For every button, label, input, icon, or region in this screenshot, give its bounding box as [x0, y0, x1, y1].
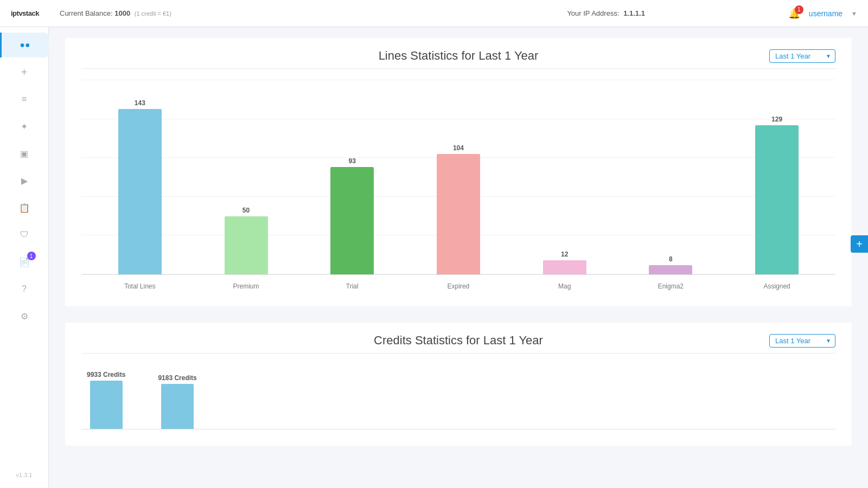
sidebar-item-add[interactable]: + — [11, 60, 38, 85]
bar-value-label: 8 — [669, 255, 673, 263]
bar-value-label: 12 — [561, 251, 568, 258]
ip-value: 1.1.1.1 — [623, 9, 645, 17]
credits-bar-group: 9933 Credits — [87, 371, 125, 429]
credits-bar-value: 9933 Credits — [87, 371, 125, 378]
sidebar-item-help[interactable]: ? — [11, 277, 38, 301]
credits-period-select-wrapper[interactable]: Last 1 Year Last 6 Months Last 3 Months … — [769, 334, 835, 348]
bar-rect — [649, 265, 692, 274]
lines-section-header: Lines Statistics for Last 1 Year Last 1 … — [81, 49, 835, 63]
header: iptvstack Current Balance: 1000 (1 credi… — [0, 0, 868, 27]
sidebar-item-settings[interactable]: ⚙ — [11, 304, 38, 329]
streams-icon: ▶ — [21, 176, 28, 186]
bar-value-label: 143 — [135, 99, 145, 107]
sidebar: ●● + ≡ ✦ ▣ ▶ 📋 🛡 📄 1 ? ⚙ — [0, 27, 49, 488]
sidebar-item-resellers[interactable]: ✦ — [11, 114, 38, 139]
sidebar-item-streams[interactable]: ▶ — [11, 168, 38, 193]
username-display[interactable]: username — [809, 9, 843, 18]
sidebar-item-bouquets[interactable]: ▣ — [11, 141, 38, 166]
balance-section: Current Balance: 1000 (1 credit = €1) — [60, 9, 424, 17]
sidebar-item-reports[interactable]: 📄 1 — [11, 249, 38, 274]
logo-text: iptvstack — [11, 9, 39, 17]
user-menu-chevron[interactable]: ▼ — [851, 10, 857, 17]
credits-period-select[interactable]: Last 1 Year Last 6 Months Last 3 Months … — [769, 334, 835, 348]
plus-icon: + — [21, 66, 28, 79]
main-layout: ●● + ≡ ✦ ▣ ▶ 📋 🛡 📄 1 ? ⚙ — [0, 27, 868, 488]
sidebar-version: v1.3.1 — [16, 472, 33, 483]
bar-axis-label: Enigma2 — [643, 282, 698, 290]
ip-section: Your IP Address: 1.1.1.1 — [424, 9, 788, 17]
bar-group: 104 — [437, 144, 480, 274]
ip-label: Your IP Address: — [567, 9, 619, 17]
credits-section-header: Credits Statistics for Last 1 Year Last … — [81, 333, 835, 348]
sidebar-item-clipboard[interactable]: 📋 — [11, 195, 38, 220]
credits-bar-rect — [90, 381, 123, 429]
gear-icon: ⚙ — [21, 311, 28, 322]
lines-period-select[interactable]: Last 1 Year Last 6 Months Last 3 Months … — [769, 49, 835, 63]
shield-icon: 🛡 — [20, 230, 29, 240]
bar-axis-label: Assigned — [750, 282, 804, 290]
credits-chart-section: Credits Statistics for Last 1 Year Last … — [65, 323, 852, 446]
bar-rect — [225, 216, 268, 274]
credits-bar-rect — [161, 384, 194, 429]
balance-value: 1000 — [114, 9, 130, 17]
sidebar-item-security[interactable]: 🛡 — [11, 222, 38, 247]
lines-divider — [81, 68, 835, 69]
grid-line — [81, 119, 835, 119]
header-right: 🔔 1 username ▼ — [788, 8, 857, 20]
bar-value-label: 129 — [771, 115, 782, 123]
bar-rect — [755, 125, 799, 274]
bar-group: 129 — [755, 115, 799, 274]
bar-group: 143 — [118, 99, 162, 274]
sidebar-item-lines[interactable]: ≡ — [11, 87, 38, 112]
bar-value-label: 104 — [453, 144, 464, 152]
credits-chart-title: Credits Statistics for Last 1 Year — [333, 333, 584, 348]
bar-axis-label: Expired — [431, 282, 486, 290]
bar-group: 12 — [543, 251, 586, 274]
grid-line — [81, 80, 835, 80]
logo: iptvstack — [11, 9, 60, 17]
clipboard-icon: 📋 — [19, 203, 30, 213]
credits-divider — [81, 353, 835, 354]
lines-bar-chart: 1435093104128129 — [81, 80, 835, 275]
bar-rect — [118, 109, 162, 274]
bar-rect — [437, 154, 480, 274]
bar-axis-label: Mag — [538, 282, 592, 290]
bar-axis-label: Trial — [325, 282, 379, 290]
lines-icon: ≡ — [22, 94, 27, 104]
lines-chart-section: Lines Statistics for Last 1 Year Last 1 … — [65, 38, 852, 306]
credits-bar-chart-container: 9933 Credits9183 Credits — [81, 364, 835, 429]
resellers-icon: ✦ — [21, 121, 28, 132]
bar-value-label: 50 — [242, 207, 250, 214]
dashboard-icon: ●● — [20, 40, 30, 50]
lines-period-select-wrapper[interactable]: Last 1 Year Last 6 Months Last 3 Months … — [769, 49, 835, 63]
bar-group: 50 — [225, 207, 268, 274]
bar-labels-row: Total LinesPremiumTrialExpiredMagEnigma2… — [81, 275, 835, 290]
notifications-bell[interactable]: 🔔 1 — [788, 8, 800, 20]
bar-axis-label: Premium — [219, 282, 273, 290]
bar-group: 93 — [330, 157, 374, 274]
reports-badge: 1 — [27, 252, 36, 260]
credits-bar-chart: 9933 Credits9183 Credits — [81, 364, 835, 429]
bar-rect — [330, 167, 374, 274]
fab-button[interactable]: + — [851, 235, 868, 253]
lines-bar-chart-container: 1435093104128129 Total LinesPremiumTrial… — [81, 80, 835, 290]
credits-bar-value: 9183 Credits — [158, 374, 196, 382]
help-icon: ? — [22, 284, 27, 294]
bar-rect — [543, 260, 586, 274]
bar-value-label: 93 — [349, 157, 356, 165]
credits-bar-group: 9183 Credits — [158, 374, 196, 429]
main-content: Lines Statistics for Last 1 Year Last 1 … — [49, 27, 868, 488]
balance-note: (1 credit = €1) — [135, 10, 171, 17]
bar-axis-label: Total Lines — [113, 282, 167, 290]
notification-badge: 1 — [795, 5, 803, 14]
sidebar-item-dashboard[interactable]: ●● — [0, 33, 49, 57]
bar-group: 8 — [649, 255, 692, 274]
bouquets-icon: ▣ — [20, 149, 28, 159]
balance-label: Current Balance: — [60, 9, 113, 17]
lines-chart-title: Lines Statistics for Last 1 Year — [333, 49, 584, 63]
